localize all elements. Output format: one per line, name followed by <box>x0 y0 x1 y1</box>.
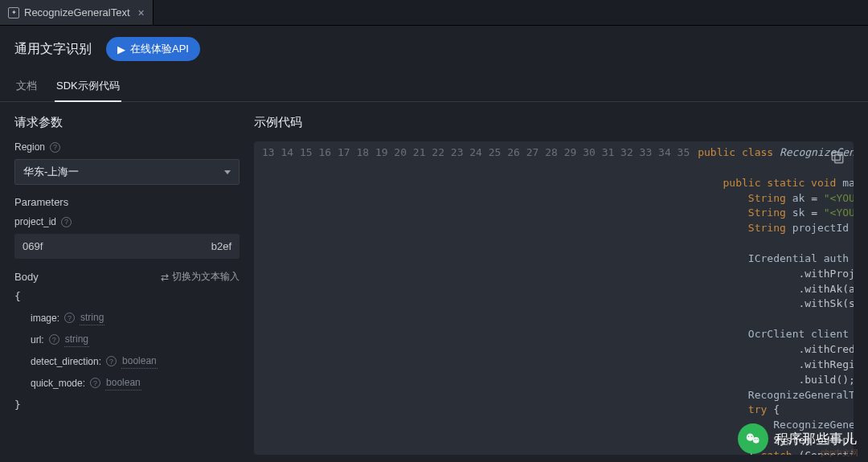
project-id-end: b2ef <box>211 240 231 252</box>
help-icon[interactable]: ? <box>49 334 59 345</box>
parameters-heading: Parameters <box>14 196 240 208</box>
brace-open: { <box>14 290 240 302</box>
swap-icon: ⇄ <box>161 272 169 283</box>
tab-docs[interactable]: 文档 <box>14 72 39 101</box>
project-id-label-row: project_id ? <box>14 216 240 227</box>
help-icon[interactable]: ? <box>106 356 117 366</box>
param-quick-mode: quick_mode: ? boolean <box>14 372 240 394</box>
project-id-label: project_id <box>14 216 56 227</box>
try-api-label: 在线体验API <box>130 42 189 56</box>
region-select[interactable]: 华东-上海一 <box>14 159 240 185</box>
page-title: 通用文字识别 <box>14 41 92 58</box>
param-name: detect_direction: <box>31 356 101 367</box>
tab-title: RecognizeGeneralText <box>24 6 130 18</box>
play-icon: ▶ <box>117 43 125 55</box>
region-label-row: Region ? <box>14 141 240 153</box>
tab-sdk-examples[interactable]: SDK示例代码 <box>55 72 121 101</box>
main-tabs: 文档 SDK示例代码 <box>0 72 868 102</box>
region-label: Region <box>14 141 45 153</box>
param-value-input[interactable]: boolean <box>121 354 158 369</box>
param-value-input[interactable]: string <box>64 332 89 347</box>
param-name: url: <box>31 334 44 345</box>
param-image: image: ? string <box>14 307 240 329</box>
project-id-input[interactable]: 069f b2ef <box>14 234 240 259</box>
censored-overlay <box>51 234 159 259</box>
help-icon[interactable]: ? <box>61 217 72 227</box>
brace-close: } <box>14 399 240 411</box>
help-icon[interactable]: ? <box>50 142 60 153</box>
param-url: url: ? string <box>14 329 240 350</box>
right-panel: 示例代码 13 14 15 16 17 18 19 20 21 22 23 24… <box>254 102 868 462</box>
content-area: 请求参数 Region ? 华东-上海一 Parameters project_… <box>0 102 868 462</box>
help-icon[interactable]: ? <box>90 378 100 388</box>
page-header: 通用文字识别 ▶ 在线体验API <box>0 26 868 72</box>
region-value: 华东-上海一 <box>23 165 79 179</box>
chevron-down-icon <box>224 170 231 174</box>
project-id-start: 069f <box>23 240 43 252</box>
line-gutter: 13 14 15 16 17 18 19 20 21 22 23 24 25 2… <box>254 141 696 455</box>
switch-to-text-button[interactable]: ⇄ 切换为文本输入 <box>161 270 240 284</box>
code-editor[interactable]: 13 14 15 16 17 18 19 20 21 22 23 24 25 2… <box>254 141 854 455</box>
tab-recognize-general-text[interactable]: ✦ RecognizeGeneralText × <box>0 0 154 25</box>
request-params-heading: 请求参数 <box>14 115 240 130</box>
window-tab-bar: ✦ RecognizeGeneralText × <box>0 0 868 26</box>
try-api-button[interactable]: ▶ 在线体验API <box>106 37 200 61</box>
code-container: 13 14 15 16 17 18 19 20 21 22 23 24 25 2… <box>254 141 854 455</box>
help-icon[interactable]: ? <box>64 313 75 323</box>
switch-text: 切换为文本输入 <box>172 270 240 284</box>
body-header: Body ⇄ 切换为文本输入 <box>14 270 240 284</box>
param-value-input[interactable]: string <box>80 310 104 325</box>
body-label: Body <box>14 271 39 283</box>
code-lines: public class RecognizeGeneralTextSolutio… <box>696 141 854 455</box>
example-code-heading: 示例代码 <box>254 115 854 130</box>
close-icon[interactable]: × <box>138 6 145 19</box>
param-value-input[interactable]: boolean <box>105 375 141 390</box>
param-detect-direction: detect_direction: ? boolean <box>14 350 240 372</box>
left-panel: 请求参数 Region ? 华东-上海一 Parameters project_… <box>0 102 254 462</box>
param-name: quick_mode: <box>31 378 85 389</box>
param-name: image: <box>31 313 59 324</box>
file-icon: ✦ <box>8 7 19 18</box>
watermark-small: php中文网 <box>821 448 858 459</box>
